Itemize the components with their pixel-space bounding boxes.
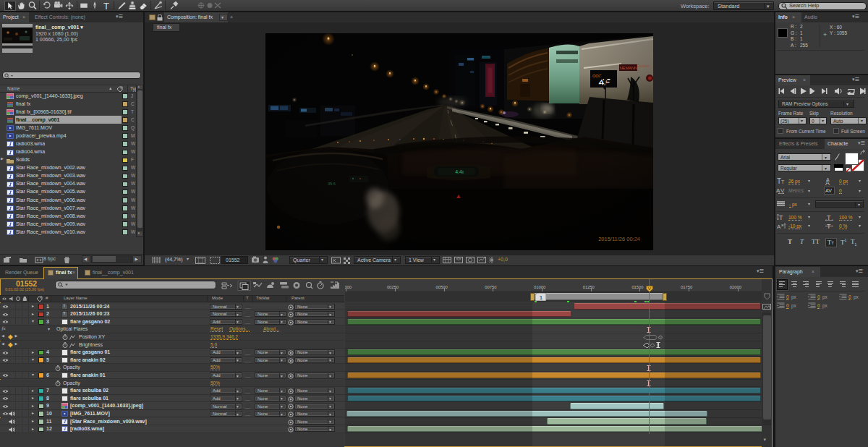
svg-text:a: a [781, 223, 784, 227]
svg-text:AV: AV [825, 188, 832, 193]
svg-text:T: T [827, 214, 831, 221]
svg-text:T: T [779, 214, 783, 221]
svg-text:T: T [103, 1, 109, 12]
svg-text:1: 1 [540, 294, 543, 300]
svg-text:T: T [781, 179, 785, 184]
svg-text:A: A [825, 179, 830, 185]
